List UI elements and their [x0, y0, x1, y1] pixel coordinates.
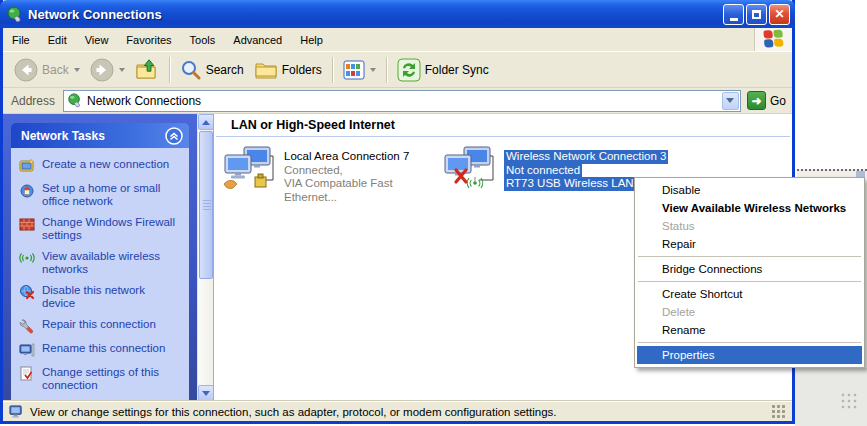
menu-help[interactable]: Help: [291, 31, 332, 49]
views-dropdown-icon: [370, 68, 376, 72]
menu-bar: File Edit View Favorites Tools Advanced …: [3, 28, 792, 51]
chevron-down-icon: [726, 98, 734, 103]
back-icon: [14, 58, 38, 82]
toolbar-separator: [169, 57, 170, 83]
folders-icon: [254, 60, 278, 80]
firewall-icon: [19, 216, 36, 232]
collapse-chevron-icon[interactable]: [165, 127, 183, 145]
menu-favorites[interactable]: Favorites: [117, 31, 180, 49]
views-button[interactable]: [338, 58, 381, 82]
task-home-network[interactable]: Set up a home or small office network: [19, 182, 185, 208]
wireless-connection-icon: [442, 146, 494, 192]
repair-icon: [19, 318, 36, 334]
menu-item-create-shortcut[interactable]: Create Shortcut: [635, 285, 864, 303]
menu-tools[interactable]: Tools: [181, 31, 225, 49]
task-disable-device[interactable]: Disable this network device: [19, 284, 185, 310]
window-resize-grip[interactable]: [772, 405, 786, 419]
connection-device: VIA Compatable Fast Ethernet...: [284, 177, 437, 204]
minimize-icon: [730, 18, 738, 21]
task-label[interactable]: Change settings of this connection: [42, 366, 180, 392]
scroll-up-button[interactable]: [198, 114, 214, 130]
close-button[interactable]: ✕: [769, 4, 790, 25]
arrow-up-icon: [202, 120, 210, 125]
network-tasks-title: Network Tasks: [21, 129, 165, 143]
menu-item-disable[interactable]: Disable: [635, 181, 864, 199]
task-label[interactable]: Repair this connection: [42, 318, 156, 331]
menu-view[interactable]: View: [76, 31, 118, 49]
toolbar: Back: [3, 51, 792, 88]
folder-sync-label: Folder Sync: [425, 63, 489, 77]
scrollbar-grip: [203, 200, 211, 210]
task-label[interactable]: Create a new connection: [42, 158, 169, 171]
settings-icon: [19, 366, 36, 382]
forward-dropdown-icon: [119, 68, 125, 72]
menu-separator: [638, 281, 861, 282]
task-repair[interactable]: Repair this connection: [19, 318, 185, 334]
network-tasks-body: Create a new connection Set up a home: [11, 148, 189, 414]
menu-item-rename[interactable]: Rename: [635, 321, 864, 339]
task-label[interactable]: Disable this network device: [42, 284, 180, 310]
menu-item-bridge-connections[interactable]: Bridge Connections: [635, 260, 864, 278]
back-dropdown-icon: [74, 68, 80, 72]
connection-tile-lan[interactable]: Local Area Connection 7 Connected, VIA C…: [222, 146, 437, 204]
task-label[interactable]: Change Windows Firewall settings: [42, 216, 180, 242]
folders-button[interactable]: Folders: [249, 58, 327, 82]
toolbar-separator: [332, 57, 333, 83]
up-button[interactable]: [130, 57, 164, 83]
menu-edit[interactable]: Edit: [39, 31, 76, 49]
home-network-icon: [19, 182, 36, 198]
minimize-button[interactable]: [723, 4, 744, 25]
vertical-scrollbar[interactable]: [197, 114, 213, 401]
go-label: Go: [770, 94, 786, 108]
search-label: Search: [206, 63, 244, 77]
address-combo[interactable]: Network Connections: [63, 90, 741, 112]
search-icon: [180, 59, 202, 81]
task-label[interactable]: View available wireless networks: [42, 250, 180, 276]
up-folder-icon: [135, 59, 159, 81]
task-create-connection[interactable]: Create a new connection: [19, 158, 185, 174]
wireless-icon: [19, 250, 36, 266]
disable-device-icon: [19, 284, 36, 300]
search-button[interactable]: Search: [175, 57, 249, 83]
close-icon: ✕: [774, 7, 784, 21]
folders-label: Folders: [282, 63, 322, 77]
scroll-down-button[interactable]: [198, 385, 214, 401]
titlebar[interactable]: Network Connections ✕: [0, 0, 795, 28]
status-connection-icon: [9, 405, 24, 419]
forward-icon: [90, 58, 114, 82]
task-rename[interactable]: Rename this connection: [19, 342, 185, 358]
folder-sync-button[interactable]: Folder Sync: [392, 56, 494, 84]
address-dropdown-button[interactable]: [722, 92, 739, 110]
task-firewall[interactable]: Change Windows Firewall settings: [19, 216, 185, 242]
menu-item-repair[interactable]: Repair: [635, 235, 864, 253]
lan-connection-icon: [222, 146, 274, 204]
back-button[interactable]: Back: [9, 56, 85, 84]
task-label[interactable]: Set up a home or small office network: [42, 182, 180, 208]
scrollbar-thumb[interactable]: [199, 131, 213, 279]
background-resize-grip: [840, 392, 858, 410]
network-connections-icon: [6, 6, 23, 23]
desktop-stage: Network Connections ✕ File Edit View Fav…: [0, 0, 867, 426]
menu-file[interactable]: File: [3, 31, 39, 49]
menu-separator: [638, 256, 861, 257]
rename-icon: [19, 342, 36, 358]
address-network-icon: [67, 93, 82, 108]
forward-button[interactable]: [85, 56, 130, 84]
task-change-settings[interactable]: Change settings of this connection: [19, 366, 185, 392]
task-view-wireless[interactable]: View available wireless networks: [19, 250, 185, 276]
context-menu: Disable View Available Wireless Networks…: [634, 177, 865, 368]
menu-item-view-available-wireless-networks[interactable]: View Available Wireless Networks: [635, 199, 864, 217]
menu-advanced[interactable]: Advanced: [224, 31, 291, 49]
address-label: Address: [11, 94, 55, 108]
status-text: View or change settings for this connect…: [30, 406, 557, 418]
maximize-button[interactable]: [746, 4, 767, 25]
network-tasks-header[interactable]: Network Tasks: [11, 123, 189, 148]
windows-logo-box: [754, 28, 792, 51]
address-value: Network Connections: [87, 94, 201, 108]
status-bar: View or change settings for this connect…: [3, 401, 792, 421]
section-title: LAN or High-Speed Internet: [231, 118, 395, 132]
menu-separator: [638, 342, 861, 343]
task-label[interactable]: Rename this connection: [42, 342, 165, 355]
menu-item-properties[interactable]: Properties: [637, 346, 862, 364]
go-button[interactable]: ➜ Go: [747, 91, 788, 110]
